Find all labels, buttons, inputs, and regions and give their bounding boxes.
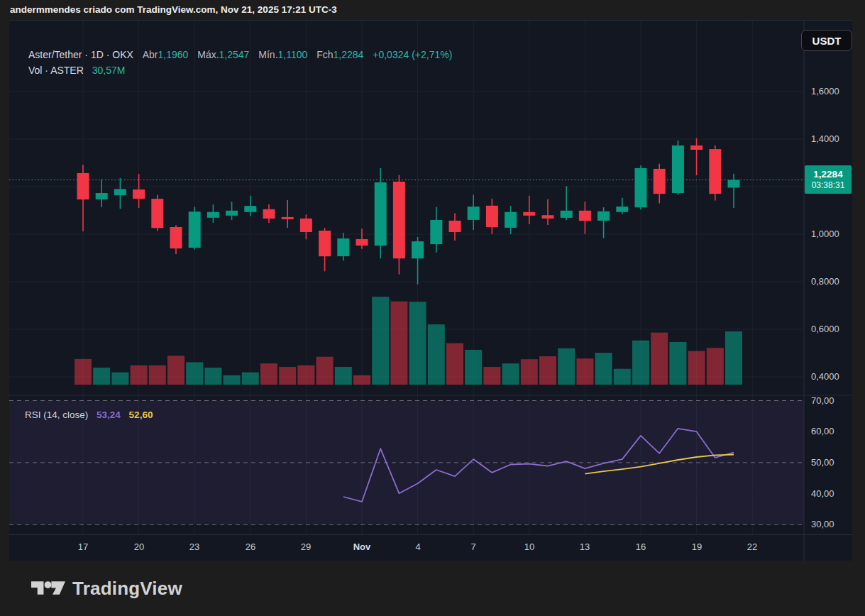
tradingview-logo[interactable]: TradingView [31,578,182,600]
candle-body [96,193,108,199]
volume-bar [279,367,296,385]
rsi-axis-label: 50,00 [811,457,834,468]
volume-bar [242,373,259,385]
rsi-legend[interactable]: RSI (14, close) 53,24 52,60 [25,409,153,420]
volume-bar [502,363,519,385]
time-axis-label: 13 [569,541,600,552]
volume-bar [75,359,92,385]
symbol-legend[interactable]: Aster/Tether · 1D · OKX Abr1,1960 Máx.1,… [28,49,452,60]
chart-canvas[interactable] [9,21,852,561]
bar-countdown: 03:38:31 [812,180,845,190]
candle-body [616,207,628,212]
candle-body [114,189,126,195]
time-axis-label: 16 [625,541,656,552]
open-value: 1,1960 [158,49,189,60]
snapshot-header: andermmendes criado com TradingView.com,… [0,0,865,20]
candle-body [207,212,219,218]
time-axis-label: 23 [179,541,210,552]
rsi-ma-value: 52,60 [129,409,153,420]
candle-body [189,211,201,248]
volume-bar [707,348,724,385]
candle-body [430,220,442,244]
candle-body [226,211,238,216]
volume-bar [93,368,110,385]
time-axis-label: Nov [346,541,378,552]
time-scale[interactable]: 1720232629Nov471013161922 [9,534,852,562]
high-label: Máx. [197,49,219,60]
candle-body [393,182,405,258]
volume-bar [186,362,203,385]
volume-bar [353,375,370,385]
candle-body [654,169,666,194]
candle-body [412,241,424,258]
current-price: 1,2284 [813,169,842,180]
volume-bar [576,358,593,385]
candle-body [728,180,740,188]
time-axis-label: 17 [67,541,99,552]
change-value: +0,0324 (+2,71%) [373,49,452,60]
close-value: 1,2284 [334,49,364,60]
tradingview-logo-icon [31,581,65,596]
symbol-title: Aster/Tether · 1D · OKX [28,49,133,60]
candle-body [579,211,591,221]
price-axis-label: 1,0000 [811,229,839,239]
low-value: 1,1100 [278,49,308,60]
volume-bar [558,348,575,385]
volume-bar [595,353,612,385]
volume-bar [335,367,352,385]
volume-bar [614,369,631,385]
volume-bar [316,357,334,385]
volume-bar [539,356,556,385]
currency-toggle-button[interactable]: USDT [801,30,852,51]
candle-body [468,207,480,220]
volume-legend[interactable]: Vol · ASTER 30,57M [28,65,125,76]
time-axis-label: 19 [681,541,712,552]
candle-body [300,219,312,232]
volume-value: 30,57M [92,65,126,76]
candlestick-series [77,138,740,285]
volume-bar [446,343,463,385]
volume-bar [204,368,221,385]
price-axis-label: 0,8000 [811,276,839,287]
volume-bar [390,302,407,385]
volume-bar [669,342,686,385]
candle-body [505,212,517,228]
volume-bar [131,365,148,385]
volume-bar [632,341,649,385]
candle-body [672,145,684,193]
low-label: Mín. [258,49,277,60]
candle-body [77,173,89,199]
candle-body [709,149,721,194]
volume-bar [465,350,482,385]
open-label: Abr [143,49,158,60]
rsi-axis-label: 70,00 [811,395,834,406]
volume-bar [483,367,500,385]
footer: TradingView [0,561,865,616]
volume-bar [224,375,241,385]
candle-body [337,238,349,256]
close-label: Fch [316,49,333,60]
price-scale[interactable]: 1,2284 03:38:31 1,60001,40001,00000,8000… [804,21,852,534]
volume-bar [260,363,277,385]
price-axis-label: 0,4000 [811,371,839,382]
volume-bar [111,373,128,385]
price-axis-label: 1,4000 [811,133,839,144]
price-axis-label: 0,6000 [811,324,839,334]
volume-bar [297,365,314,385]
candle-body [635,168,647,207]
volume-label: Vol · ASTER [28,65,84,76]
volume-bar [409,302,426,385]
rsi-value: 53,24 [97,409,121,420]
volume-bar [167,356,184,385]
candle-body [244,206,256,212]
candle-body [542,215,554,219]
candle-body [151,199,163,228]
volume-bar [651,333,668,385]
current-price-badge: 1,2284 03:38:31 [805,165,852,194]
time-axis-label: 4 [402,541,434,552]
volume-bar [428,324,445,385]
candle-body [597,211,610,221]
candle-body [319,231,331,256]
time-axis-label: 20 [123,541,155,552]
tradingview-snapshot: andermmendes criado com TradingView.com,… [0,0,865,616]
